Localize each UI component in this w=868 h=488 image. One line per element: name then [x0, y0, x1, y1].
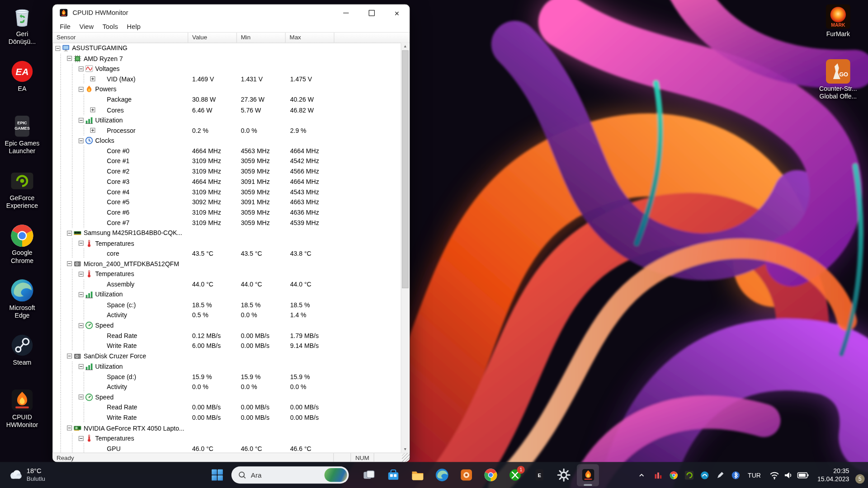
desktop-icon-steam[interactable]: Steam [2, 333, 42, 388]
expand-toggle-minus[interactable] [79, 241, 84, 246]
sensor-row[interactable]: Speed [52, 392, 401, 403]
epic-games-button[interactable]: E [528, 464, 550, 486]
weather-widget[interactable]: 18°C Bulutlu [2, 462, 51, 488]
search-daily-image[interactable] [325, 468, 347, 482]
window-titlebar[interactable]: CPUID HWMonitor × [52, 5, 410, 21]
sensor-row[interactable]: Assembly44.0 °C44.0 °C44.0 °C [52, 279, 401, 290]
desktop-icon-google-chrome[interactable]: GoogleChrome [2, 224, 42, 278]
sensor-row[interactable]: GPU46.0 °C46.0 °C46.6 °C [52, 443, 401, 452]
expand-toggle-plus[interactable] [90, 128, 95, 133]
menu-view[interactable]: View [75, 23, 98, 30]
expand-toggle-plus[interactable] [90, 108, 95, 113]
sensor-row[interactable]: Cores6.46 W5.76 W46.82 W [52, 105, 401, 115]
sensor-row[interactable]: Voltages [52, 64, 401, 74]
realtek-audio-tray-icon[interactable] [698, 467, 711, 483]
chrome-button[interactable] [479, 464, 501, 486]
settings-button[interactable] [552, 464, 575, 486]
sensor-row[interactable]: Speed [52, 320, 401, 331]
expand-toggle-minus[interactable] [55, 46, 60, 51]
expand-toggle-minus[interactable] [79, 292, 84, 297]
expand-toggle-minus[interactable] [79, 117, 84, 122]
sensor-row[interactable]: Core #34664 MHz3091 MHz4664 MHz [52, 177, 401, 187]
sensor-row[interactable]: Powers [52, 84, 401, 94]
clock-date-button[interactable]: 20:35 15.04.2023 [815, 467, 852, 483]
sensor-row[interactable]: Core #53092 MHz3091 MHz4663 MHz [52, 197, 401, 207]
search-box[interactable]: Ara [231, 466, 349, 483]
sensor-row[interactable]: Core #23109 MHz3059 MHz4566 MHz [52, 166, 401, 177]
task-view-button[interactable] [358, 464, 380, 486]
notification-count-badge[interactable]: 5 [855, 474, 865, 483]
sensor-row[interactable]: Temperatures [52, 433, 401, 444]
desktop-icon-cpuid-hwmonitor[interactable]: CPUIDHWMonitor [2, 388, 42, 442]
desktop-icon-epic-games[interactable]: EPICGAMESEpic GamesLauncher [2, 114, 42, 169]
scroll-up-arrow[interactable]: ▲ [401, 42, 409, 50]
expand-toggle-minus[interactable] [67, 230, 72, 235]
menu-file[interactable]: File [55, 23, 75, 30]
sensor-row[interactable]: Activity0.5 %0.0 %1.4 % [52, 310, 401, 320]
edge-button[interactable] [431, 464, 453, 486]
sensor-row[interactable]: core43.5 °C43.5 °C43.8 °C [52, 249, 401, 259]
expand-toggle-minus[interactable] [79, 436, 84, 441]
sensor-row[interactable]: Utilization [52, 361, 401, 372]
sensor-row[interactable]: Write Rate6.00 MB/s0.00 MB/s9.14 MB/s [52, 341, 401, 351]
expand-toggle-minus[interactable] [79, 272, 84, 277]
desktop-icon-microsoft-edge[interactable]: MicrosoftEdge [2, 278, 42, 333]
menu-tools[interactable]: Tools [98, 23, 123, 30]
pen-tray-icon[interactable] [713, 467, 726, 483]
column-header-min[interactable]: Min [237, 33, 286, 42]
sensor-row[interactable]: Core #73109 MHz3059 MHz4539 MHz [52, 218, 401, 228]
xbox-button[interactable]: 1 [504, 464, 526, 486]
expand-toggle-minus[interactable] [67, 56, 72, 61]
sensor-row[interactable]: Package30.88 W27.36 W40.26 W [52, 94, 401, 105]
expand-toggle-minus[interactable] [67, 426, 72, 431]
sensor-row[interactable]: Micron_2400_MTFDKBA512QFM [52, 258, 401, 269]
sensor-row[interactable]: Clocks [52, 136, 401, 146]
expand-toggle-minus[interactable] [79, 364, 84, 369]
expand-toggle-minus[interactable] [67, 261, 72, 266]
desktop-icon-recycle-bin[interactable]: GeriDönüşü... [2, 5, 42, 59]
scroll-down-arrow[interactable]: ▼ [401, 446, 409, 453]
armoury-crate-tray-icon[interactable] [651, 467, 665, 483]
expand-toggle-minus[interactable] [67, 354, 72, 359]
sensor-row[interactable]: AMD Ryzen 7 [52, 53, 401, 64]
sensor-row[interactable]: Read Rate0.12 MB/s0.00 MB/s1.79 MB/s [52, 330, 401, 341]
sensor-row[interactable]: VID (Max)1.469 V1.431 V1.475 V [52, 74, 401, 84]
close-button[interactable]: × [384, 5, 410, 21]
desktop-icon-ea[interactable]: EAEA [2, 59, 42, 114]
sensor-row[interactable]: Processor0.2 %0.0 %2.9 % [52, 125, 401, 136]
expand-toggle-minus[interactable] [79, 138, 84, 143]
sensor-row[interactable]: Read Rate0.00 MB/s0.00 MB/s0.00 MB/s [52, 402, 401, 413]
desktop-icon-geforce-experience[interactable]: GeForceExperience [2, 169, 42, 223]
sensor-row[interactable]: Core #13109 MHz3059 MHz4542 MHz [52, 156, 401, 166]
expand-toggle-minus[interactable] [79, 87, 84, 92]
expand-toggle-minus[interactable] [79, 66, 84, 71]
scrollbar-thumb[interactable] [402, 50, 409, 288]
hwmonitor-taskbar-button[interactable] [577, 464, 599, 486]
column-header-sensor[interactable]: Sensor [52, 33, 188, 42]
bluetooth-tray-icon[interactable] [729, 467, 742, 483]
network-volume-battery-button[interactable] [766, 470, 812, 480]
sensor-row[interactable]: Core #04664 MHz4563 MHz4664 MHz [52, 146, 401, 156]
sensor-row[interactable]: Space (c:)18.5 %18.5 %18.5 % [52, 300, 401, 310]
sensor-row[interactable]: Temperatures [52, 238, 401, 249]
sensor-row[interactable]: Activity0.0 %0.0 %0.0 % [52, 382, 401, 392]
minimize-button[interactable] [333, 5, 359, 21]
menu-help[interactable]: Help [123, 23, 145, 30]
sensor-row[interactable]: SanDisk Cruzer Force [52, 351, 401, 361]
sensor-row[interactable]: Core #43109 MHz3059 MHz4543 MHz [52, 187, 401, 197]
sensor-row[interactable]: Space (d:)15.9 %15.9 %15.9 % [52, 371, 401, 382]
sensor-row[interactable]: NVIDIA GeForce RTX 4050 Lapto... [52, 423, 401, 433]
expand-toggle-minus[interactable] [79, 395, 84, 400]
hidden-icons-button[interactable] [634, 464, 649, 486]
sensor-row[interactable]: Samsung M425R1GB4BB0-CQK... [52, 228, 401, 238]
sensor-row[interactable]: Write Rate0.00 MB/s0.00 MB/s0.00 MB/s [52, 413, 401, 423]
sensor-row[interactable]: ASUSTUFGAMING [52, 43, 401, 54]
language-indicator[interactable]: TUR [745, 472, 764, 479]
maximize-button[interactable] [359, 5, 384, 21]
file-explorer-button[interactable] [406, 464, 429, 486]
column-header-value[interactable]: Value [188, 33, 237, 42]
start-button[interactable] [206, 464, 228, 486]
expand-toggle-plus[interactable] [90, 76, 95, 81]
column-header-max[interactable]: Max [286, 33, 335, 42]
sensor-row[interactable]: Utilization [52, 115, 401, 125]
